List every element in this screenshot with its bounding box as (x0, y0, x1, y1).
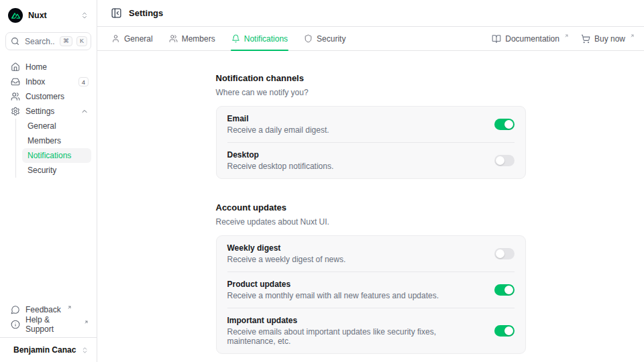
sidebar-item-label: Feedback (25, 305, 61, 314)
users-icon (169, 34, 178, 43)
setting-row-desktop: Desktop Receive desktop notifications. (217, 143, 525, 178)
inbox-icon (11, 77, 20, 86)
user-menu[interactable]: Benjamin Canac (5, 338, 91, 357)
setting-label: Email (227, 114, 329, 123)
sidebar-nav: Home Inbox 4 Customers (5, 60, 91, 178)
content-area: Notification channels Where can we notif… (97, 51, 644, 362)
sidebar-item-label: Members (28, 136, 61, 145)
section-description: Where can we notify you? (216, 88, 526, 97)
bell-icon (231, 34, 240, 43)
search-icon (11, 37, 19, 46)
setting-row-weekly-digest: Weekly digest Receive a weekly digest of… (217, 236, 525, 272)
product-updates-toggle[interactable] (494, 284, 515, 296)
gear-icon (11, 107, 20, 116)
sidebar: Nuxt ⌘ K Home (0, 0, 97, 362)
inbox-count-badge: 4 (78, 77, 89, 86)
workspace-name: Nuxt (28, 11, 75, 20)
email-toggle[interactable] (494, 119, 515, 130)
buy-now-link[interactable]: Buy now (581, 34, 635, 44)
chevron-up-icon (80, 107, 89, 115)
sidebar-item-help-support[interactable]: Help & Support (5, 317, 91, 332)
settings-card: Email Receive a daily email digest. Desk… (216, 106, 526, 179)
sidebar-item-label: Inbox (25, 77, 45, 86)
shopping-cart-icon (581, 34, 590, 44)
sidebar-item-inbox[interactable]: Inbox 4 (5, 74, 91, 89)
tab-general[interactable]: General (111, 27, 154, 50)
main-panel: Settings General Members (97, 0, 644, 362)
section-title: Notification channels (216, 73, 526, 83)
setting-text: Desktop Receive desktop notifications. (227, 150, 334, 171)
setting-text: Email Receive a daily email digest. (227, 114, 329, 135)
tab-label: General (124, 34, 153, 44)
section-description: Receive updates about Nuxt UI. (216, 217, 526, 227)
setting-row-important-updates: Important updates Receive emails about i… (217, 308, 525, 353)
setting-text: Weekly digest Receive a weekly digest of… (227, 243, 346, 264)
sidebar-item-label: Home (25, 62, 47, 72)
sidebar-item-label: Customers (25, 92, 64, 101)
sidebar-item-members[interactable]: Members (22, 133, 91, 148)
message-bubble-icon (11, 305, 20, 314)
tab-label: Members (182, 34, 215, 44)
nuxt-logo-icon (11, 11, 20, 20)
sidebar-item-security[interactable]: Security (22, 163, 91, 178)
panel-left-close-icon (111, 7, 122, 19)
section-account-updates: Account updates Receive updates about Nu… (216, 202, 526, 354)
setting-label: Weekly digest (227, 243, 346, 253)
settings-card: Weekly digest Receive a weekly digest of… (216, 235, 526, 354)
nuxt-logo (8, 8, 23, 23)
book-open-icon (492, 34, 501, 44)
sidebar-item-home[interactable]: Home (5, 60, 91, 74)
setting-label: Desktop (227, 150, 334, 160)
sidebar-spacer (5, 178, 91, 302)
tabs: General Members Notifications (111, 27, 346, 50)
search-box[interactable]: ⌘ K (5, 32, 91, 50)
sidebar-item-label: Security (28, 166, 56, 175)
sidebar-item-settings[interactable]: Settings (5, 104, 91, 119)
setting-text: Important updates Receive emails about i… (227, 316, 484, 346)
sidebar-item-label: Help & Support (25, 315, 78, 334)
setting-label: Important updates (227, 316, 484, 325)
user-icon (111, 34, 120, 43)
desktop-toggle[interactable] (494, 155, 515, 166)
user-name: Benjamin Canac (13, 345, 76, 355)
setting-label: Product updates (227, 280, 439, 289)
sidebar-item-label: Notifications (28, 151, 71, 160)
users-icon (11, 92, 20, 101)
important-updates-toggle[interactable] (494, 325, 515, 337)
tab-label: Notifications (244, 34, 288, 44)
setting-description: Receive a weekly digest of news. (227, 255, 346, 264)
search-input[interactable] (23, 36, 56, 47)
home-icon (11, 62, 20, 72)
tab-members[interactable]: Members (168, 27, 216, 50)
title-bar: Settings (97, 0, 644, 27)
setting-row-product-updates: Product updates Receive a monthly email … (217, 272, 525, 308)
chevron-up-down-icon (80, 11, 89, 19)
workspace-switcher[interactable]: Nuxt (5, 5, 91, 25)
info-circle-icon (11, 320, 20, 329)
app-window: Nuxt ⌘ K Home (0, 0, 644, 362)
tab-bar: General Members Notifications (97, 27, 644, 51)
tab-notifications[interactable]: Notifications (231, 27, 288, 50)
page-title: Settings (129, 8, 163, 18)
external-link-icon (84, 320, 89, 324)
sidebar-item-label: General (28, 121, 56, 131)
external-link-icon (630, 34, 635, 38)
chevron-up-down-icon (81, 347, 89, 354)
sidebar-item-general[interactable]: General (22, 119, 91, 133)
sidebar-item-notifications[interactable]: Notifications (22, 148, 91, 163)
setting-description: Receive emails about important updates l… (227, 327, 484, 346)
weekly-digest-toggle[interactable] (494, 248, 515, 259)
sidebar-item-customers[interactable]: Customers (5, 89, 91, 104)
header-links: Documentation Buy now (492, 34, 635, 44)
settings-container: Notification channels Where can we notif… (216, 73, 526, 354)
setting-row-email: Email Receive a daily email digest. (217, 107, 525, 142)
section-title: Account updates (216, 202, 526, 213)
link-label: Documentation (505, 34, 559, 44)
setting-description: Receive a daily email digest. (227, 125, 329, 135)
sidebar-collapse-button[interactable] (111, 7, 122, 19)
documentation-link[interactable]: Documentation (492, 34, 569, 44)
kbd-meta: ⌘ (60, 36, 72, 46)
tab-security[interactable]: Security (303, 27, 346, 50)
sidebar-item-label: Settings (25, 107, 54, 116)
shield-icon (304, 34, 313, 43)
